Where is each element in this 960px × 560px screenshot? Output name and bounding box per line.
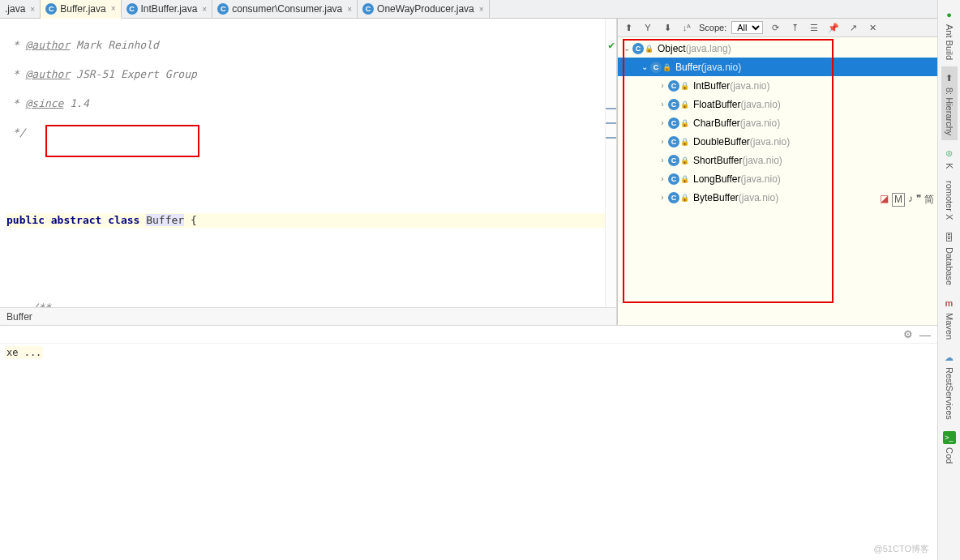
package-label: (java.nio) — [742, 155, 782, 166]
package-label: (java.nio) — [701, 62, 741, 73]
sort-icon[interactable]: ↓ᴬ — [679, 20, 694, 35]
expand-all-icon[interactable]: ☰ — [807, 20, 821, 35]
bottom-panel: ⚙ — xe ... — [0, 325, 937, 560]
maven-icon: m — [943, 297, 956, 310]
editor-tabs: .java × Buffer.java × IntBuffer.java × c… — [0, 0, 937, 19]
extra-icons: ◪ M ♪ ❞ 简 — [880, 193, 934, 207]
tree-row[interactable]: ›🔒ShortBuffer (java.nio) — [618, 151, 937, 169]
right-toolbar: ● Ant Build ⬆ 8: Hierarchy ⊛ K romoter X… — [937, 0, 960, 560]
sidebar-item-cod[interactable]: >_ Cod — [941, 426, 958, 468]
cn-icon[interactable]: 简 — [924, 193, 934, 207]
class-icon: 🔒 — [668, 99, 689, 110]
expander-icon[interactable]: › — [657, 100, 668, 109]
class-icon: 🔒 — [650, 62, 671, 73]
class-icon: 🔒 — [668, 80, 689, 92]
class-name: Buffer — [675, 62, 701, 73]
class-icon — [126, 3, 138, 15]
tab-onewayproducer[interactable]: OneWayProducer.java × — [358, 0, 489, 18]
expander-icon[interactable]: › — [657, 156, 668, 165]
inspection-ok-icon[interactable]: ✔ — [608, 38, 615, 53]
hierarchy-panel: ⬆ Y ⬇ ↓ᴬ Scope: All ⟳ ⤒ ☰ 📌 ↗ ✕ ⌄🔒Object… — [617, 19, 937, 325]
package-label: (java.nio) — [741, 173, 781, 185]
expander-icon[interactable]: › — [657, 118, 668, 127]
sidebar-item-hierarchy[interactable]: ⬆ 8: Hierarchy — [941, 66, 958, 140]
editor-gutter[interactable] — [605, 19, 616, 307]
expander-icon[interactable]: ⌄ — [621, 44, 632, 53]
rest-icon: ☁ — [943, 351, 956, 364]
class-hierarchy-icon[interactable]: ⬆ — [621, 20, 636, 35]
editor-pane: * @author Mark Reinhold * @author JSR-51… — [0, 19, 617, 325]
close-icon[interactable]: × — [347, 5, 352, 14]
package-label: (java.lang) — [686, 43, 731, 54]
class-icon: 🔒 — [668, 173, 689, 185]
code-editor[interactable]: * @author Mark Reinhold * @author JSR-51… — [0, 19, 616, 307]
close-icon[interactable]: × — [111, 4, 116, 13]
package-label: (java.nio) — [750, 136, 790, 147]
expander-icon[interactable]: › — [657, 193, 668, 202]
expander-icon[interactable]: › — [657, 137, 668, 146]
class-icon — [217, 3, 229, 15]
scope-select[interactable]: All — [731, 21, 763, 34]
sidebar-item-database[interactable]: 🗄 Database — [941, 226, 958, 290]
tree-row[interactable]: ›🔒LongBuffer (java.nio) — [618, 169, 937, 188]
watermark: @51CTO博客 — [874, 543, 929, 555]
scope-label: Scope: — [699, 23, 726, 32]
tree-row[interactable]: ›🔒IntBuffer (java.nio) — [618, 76, 937, 95]
class-icon: 🔒 — [668, 155, 689, 166]
tab-buffer[interactable]: Buffer.java × — [41, 0, 121, 19]
sidebar-item-maven[interactable]: m Maven — [941, 292, 958, 344]
class-name: DoubleBuffer — [693, 136, 750, 147]
subtypes-icon[interactable]: ⬇ — [660, 20, 675, 35]
k-icon: ⊛ — [943, 147, 956, 160]
hierarchy-tree[interactable]: ⌄🔒Object (java.lang)⌄🔒Buffer (java.nio)›… — [618, 37, 937, 325]
hide-icon[interactable]: ✕ — [865, 20, 880, 35]
expander-icon[interactable]: ⌄ — [639, 62, 650, 71]
class-icon — [362, 3, 374, 15]
music-icon[interactable]: ♪ — [908, 193, 913, 207]
database-icon: 🗄 — [943, 231, 956, 244]
close-icon[interactable]: × — [202, 5, 207, 14]
class-name: ByteBuffer — [693, 192, 739, 203]
class-name: CharBuffer — [693, 118, 740, 129]
gear-icon[interactable]: ⚙ — [903, 328, 913, 340]
tree-row[interactable]: ›🔒FloatBuffer (java.nio) — [618, 95, 937, 113]
bottom-content[interactable]: xe ... — [0, 344, 937, 560]
sidebar-item-ant[interactable]: ● Ant Build — [941, 3, 958, 65]
sidebar-item-k[interactable]: ⊛ K — [941, 142, 958, 173]
class-icon: 🔒 — [668, 136, 689, 147]
refresh-icon[interactable]: ⟳ — [768, 20, 782, 35]
minimize-icon[interactable]: — — [919, 328, 931, 341]
package-label: (java.nio) — [730, 80, 769, 92]
package-label: (java.nio) — [740, 118, 780, 129]
breadcrumb[interactable]: Buffer — [0, 307, 616, 325]
class-name: IntBuffer — [693, 80, 730, 92]
tab-java-partial[interactable]: .java × — [0, 0, 41, 18]
quote-icon[interactable]: ❞ — [916, 193, 921, 207]
class-name: Object — [658, 43, 686, 54]
class-name: FloatBuffer — [693, 99, 740, 110]
class-icon: 🔒 — [668, 192, 689, 203]
tab-intbuffer[interactable]: IntBuffer.java × — [122, 0, 213, 18]
tab-consumer[interactable]: consumer\Consumer.java × — [212, 0, 358, 18]
external-icon[interactable]: ↗ — [846, 20, 860, 35]
tree-row[interactable]: ›🔒CharBuffer (java.nio) — [618, 113, 937, 132]
close-icon[interactable]: × — [30, 5, 35, 14]
hierarchy-icon: ⬆ — [943, 71, 956, 84]
pin-icon[interactable]: 📌 — [826, 20, 841, 35]
supertypes-icon[interactable]: Y — [641, 20, 655, 35]
close-icon[interactable]: × — [479, 5, 484, 14]
m-icon[interactable]: M — [892, 193, 905, 207]
sidebar-item-rest[interactable]: ☁ RestServices — [941, 346, 958, 425]
expander-icon[interactable]: › — [657, 81, 668, 90]
sidebar-item-promoter[interactable]: romoter X — [943, 176, 956, 224]
flag-icon[interactable]: ◪ — [880, 193, 889, 207]
autoscroll-icon[interactable]: ⤒ — [787, 20, 802, 35]
hierarchy-toolbar: ⬆ Y ⬇ ↓ᴬ Scope: All ⟳ ⤒ ☰ 📌 ↗ ✕ — [618, 19, 937, 37]
tree-row[interactable]: ⌄🔒Buffer (java.nio) — [618, 58, 937, 76]
expander-icon[interactable]: › — [657, 174, 668, 183]
class-icon: 🔒 — [632, 43, 654, 54]
tree-row[interactable]: ›🔒DoubleBuffer (java.nio) — [618, 132, 937, 151]
class-icon: 🔒 — [668, 118, 689, 129]
tree-row[interactable]: ⌄🔒Object (java.lang) — [618, 39, 937, 58]
terminal-icon: >_ — [943, 431, 956, 444]
